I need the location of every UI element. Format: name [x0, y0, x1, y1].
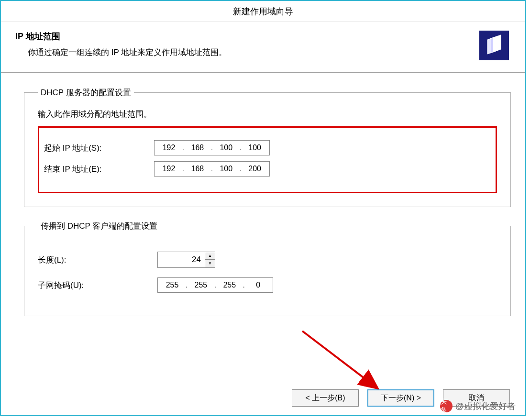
start-ip-input[interactable]: . . . [154, 140, 270, 155]
length-row: 长度(L): ▲ ▼ [38, 252, 497, 268]
subnet-mask-input[interactable]: . . . [157, 277, 273, 293]
mask-row: 子网掩码(U): . . . [38, 277, 497, 293]
ip-range-highlight: 起始 IP 地址(S): . . . 结束 IP 地址(E): [38, 126, 497, 193]
ip-dot: . [185, 281, 188, 289]
window-title: 新建作用域向导 [233, 6, 293, 17]
client-config-legend: 传播到 DHCP 客户端的配置设置 [38, 221, 160, 232]
ip-dot: . [181, 165, 185, 173]
wizard-header: IP 地址范围 你通过确定一组连续的 IP 地址来定义作用域地址范围。 [1, 22, 525, 73]
ip-dot: . [213, 281, 217, 289]
mask-octet-2[interactable] [188, 278, 213, 292]
length-spinner[interactable]: ▲ ▼ [157, 252, 215, 268]
start-ip-row: 起始 IP 地址(S): . . . [44, 140, 491, 155]
ip-dot: . [239, 144, 243, 152]
next-button[interactable]: 下一步(N) > [367, 389, 434, 407]
pages-icon [483, 34, 506, 57]
cancel-button[interactable]: 取消 [443, 389, 510, 407]
length-spin-up[interactable]: ▲ [205, 252, 215, 260]
start-ip-octet-4[interactable] [243, 141, 267, 155]
ip-dot: . [239, 165, 243, 173]
header-text: IP 地址范围 你通过确定一组连续的 IP 地址来定义作用域地址范围。 [15, 31, 479, 72]
start-ip-octet-3[interactable] [214, 141, 239, 155]
client-config-group: 传播到 DHCP 客户端的配置设置 长度(L): ▲ ▼ 子网掩码(U): . [24, 221, 511, 316]
wizard-icon [479, 31, 509, 60]
length-label: 长度(L): [38, 254, 157, 265]
mask-label: 子网掩码(U): [38, 280, 157, 291]
page-heading: IP 地址范围 [15, 31, 479, 42]
start-ip-octet-1[interactable] [156, 141, 181, 155]
ip-dot: . [181, 144, 185, 152]
end-ip-octet-1[interactable] [156, 162, 181, 176]
length-input[interactable] [157, 252, 205, 268]
wizard-window: 新建作用域向导 IP 地址范围 你通过确定一组连续的 IP 地址来定义作用域地址… [0, 0, 526, 416]
spinner-buttons: ▲ ▼ [205, 252, 215, 268]
end-ip-row: 结束 IP 地址(E): . . . [44, 161, 491, 177]
end-ip-octet-2[interactable] [185, 162, 210, 176]
start-ip-label: 起始 IP 地址(S): [44, 143, 154, 154]
length-spin-down[interactable]: ▼ [205, 260, 215, 267]
mask-octet-1[interactable] [160, 278, 185, 292]
mask-octet-3[interactable] [217, 278, 242, 292]
end-ip-octet-4[interactable] [243, 162, 267, 176]
end-ip-label: 结束 IP 地址(E): [44, 164, 154, 175]
server-config-group: DHCP 服务器的配置设置 输入此作用域分配的地址范围。 起始 IP 地址(S)… [24, 87, 511, 207]
mask-octet-4[interactable] [246, 278, 271, 292]
ip-dot: . [242, 281, 246, 289]
wizard-button-bar: < 上一步(B) 下一步(N) > 取消 [292, 389, 510, 407]
svg-line-0 [302, 331, 376, 387]
end-ip-octet-3[interactable] [214, 162, 239, 176]
end-ip-input[interactable]: . . . [154, 161, 270, 177]
server-config-legend: DHCP 服务器的配置设置 [38, 87, 134, 98]
ip-dot: . [210, 144, 214, 152]
titlebar: 新建作用域向导 [1, 1, 525, 22]
back-button[interactable]: < 上一步(B) [292, 389, 359, 407]
content-area: DHCP 服务器的配置设置 输入此作用域分配的地址范围。 起始 IP 地址(S)… [1, 73, 525, 316]
address-range-instruction: 输入此作用域分配的地址范围。 [38, 109, 497, 120]
ip-dot: . [210, 165, 214, 173]
start-ip-octet-2[interactable] [185, 141, 210, 155]
page-subheading: 你通过确定一组连续的 IP 地址来定义作用域地址范围。 [28, 47, 479, 58]
